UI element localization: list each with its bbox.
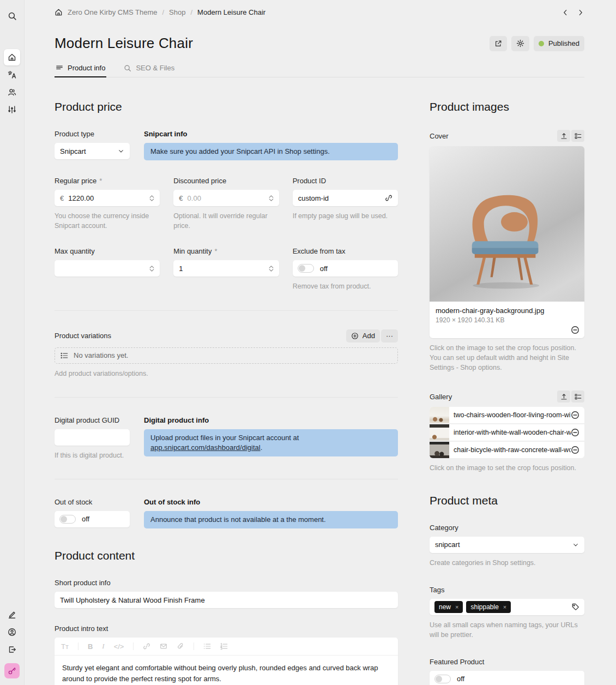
gallery-help: Click on the image to set the crop focus… bbox=[430, 463, 584, 473]
search-button[interactable] bbox=[4, 8, 20, 24]
out-of-stock-info-box: Announce that product is not available a… bbox=[144, 511, 398, 528]
gallery-item[interactable]: two-chairs-wooden-floor-living-room-with… bbox=[430, 407, 584, 423]
home-icon bbox=[8, 53, 16, 62]
product-type-select[interactable]: Snipcart bbox=[55, 143, 130, 159]
product-id-input[interactable]: custom-id bbox=[293, 190, 398, 206]
exclude-tax-toggle[interactable]: off bbox=[293, 260, 398, 277]
account-button[interactable] bbox=[4, 624, 20, 640]
tag-pill[interactable]: shippable × bbox=[466, 601, 511, 613]
product-type-label: Product type bbox=[55, 130, 130, 138]
breadcrumb-site[interactable]: Zero One Kirby CMS Theme bbox=[68, 8, 157, 16]
gear-icon bbox=[516, 39, 524, 47]
digital-guid-input[interactable] bbox=[55, 429, 130, 446]
intro-text-editor[interactable]: Tᴛ B I </> Sturdy yet eleg bbox=[55, 638, 398, 685]
add-label: Add bbox=[363, 332, 375, 340]
remove-gallery-item-button[interactable] bbox=[571, 428, 579, 437]
editor-toolbar: Tᴛ B I </> bbox=[55, 638, 398, 656]
toggle-switch-icon bbox=[298, 264, 314, 273]
email-icon[interactable] bbox=[160, 642, 167, 650]
settings-button[interactable] bbox=[511, 36, 529, 51]
tab-product-info[interactable]: Product info bbox=[55, 61, 106, 77]
product-type-value: Snipcart bbox=[60, 147, 86, 155]
status-badge[interactable]: Published bbox=[534, 36, 584, 51]
number-stepper[interactable] bbox=[269, 266, 274, 272]
license-key-button[interactable] bbox=[4, 663, 20, 678]
cover-file-info: modern-chair-gray-background.jpg 1920 × … bbox=[430, 302, 584, 338]
short-info-input[interactable]: Twill Upholstery & Natural Wood Finish F… bbox=[55, 592, 398, 608]
category-value: snipcart bbox=[435, 540, 460, 549]
link-icon bbox=[385, 194, 392, 202]
empty-state-text: No variations yet. bbox=[74, 351, 128, 359]
remove-tag-icon[interactable]: × bbox=[503, 604, 506, 610]
prev-page-button[interactable] bbox=[561, 9, 569, 16]
chair-illustration bbox=[456, 165, 558, 302]
gallery-select-button[interactable] bbox=[571, 390, 584, 402]
tags-label: Tags bbox=[430, 586, 584, 594]
number-stepper[interactable] bbox=[269, 195, 274, 201]
variations-more-button[interactable]: ··· bbox=[381, 329, 398, 342]
cover-upload-button[interactable] bbox=[557, 130, 570, 142]
remove-gallery-item-button[interactable] bbox=[571, 446, 579, 454]
number-stepper[interactable] bbox=[149, 195, 154, 201]
editor-body[interactable]: Sturdy yet elegant and comfortable witho… bbox=[55, 656, 398, 685]
format-text-icon[interactable]: Tᴛ bbox=[61, 642, 69, 651]
tab-bar: Product info SEO & Files bbox=[55, 61, 584, 77]
regular-price-input[interactable]: € 1220.00 bbox=[55, 190, 160, 206]
bullet-list-icon bbox=[61, 352, 68, 359]
next-page-button[interactable] bbox=[577, 9, 584, 16]
variations-empty-state[interactable]: No variations yet. bbox=[55, 347, 398, 364]
open-preview-button[interactable] bbox=[490, 36, 507, 51]
gallery-upload-button[interactable] bbox=[557, 390, 570, 402]
sidebar-item-users[interactable] bbox=[4, 84, 20, 100]
gallery-thumbnail[interactable] bbox=[430, 407, 449, 423]
max-quantity-input[interactable] bbox=[55, 260, 160, 277]
checklist-icon bbox=[575, 133, 582, 140]
cover-help: Click on the image to set the crop focus… bbox=[430, 343, 584, 372]
bold-icon[interactable]: B bbox=[88, 642, 93, 651]
cover-select-button[interactable] bbox=[571, 130, 584, 142]
divider bbox=[55, 479, 398, 479]
chevron-down-icon bbox=[118, 148, 124, 154]
featured-toggle[interactable]: off bbox=[430, 671, 584, 685]
product-id-label: Product ID bbox=[293, 177, 398, 185]
sidebar-item-languages[interactable] bbox=[4, 67, 20, 83]
italic-icon[interactable]: I bbox=[102, 642, 104, 651]
variations-help: Add product variations/options. bbox=[55, 369, 398, 378]
gallery-thumbnail[interactable] bbox=[430, 442, 449, 458]
gallery-item[interactable]: interior-with-white-wall-wooden-chair-wo… bbox=[430, 424, 584, 441]
sidebar-item-system-settings[interactable] bbox=[4, 101, 20, 118]
out-of-stock-toggle[interactable]: off bbox=[55, 511, 130, 527]
topbar: Zero One Kirby CMS Theme / Shop / Modern… bbox=[55, 0, 584, 17]
gallery-item[interactable]: chair-bicycle-with-raw-concrete-wall-woo… bbox=[430, 442, 584, 458]
snipcart-dashboard-link[interactable]: app.snipcart.com/dashboard/digital bbox=[150, 443, 261, 452]
category-select[interactable]: snipcart bbox=[430, 537, 584, 553]
breadcrumb-home-icon[interactable] bbox=[55, 8, 63, 16]
attachment-icon[interactable] bbox=[177, 642, 184, 650]
min-quantity-input[interactable]: 1 bbox=[173, 260, 279, 277]
toolbar-separator bbox=[133, 642, 134, 650]
status-label: Published bbox=[548, 39, 579, 47]
gallery-thumbnail[interactable] bbox=[430, 424, 449, 441]
max-quantity-label: Max quantity bbox=[55, 247, 160, 255]
link-icon[interactable] bbox=[143, 642, 150, 650]
sidebar-item-home[interactable] bbox=[4, 49, 20, 65]
tags-input[interactable]: new × shippable × bbox=[430, 599, 584, 615]
discounted-price-input[interactable]: € 0.00 bbox=[173, 190, 279, 206]
remove-cover-button[interactable] bbox=[571, 326, 579, 334]
ordered-list-icon[interactable] bbox=[220, 642, 228, 650]
breadcrumb-shop[interactable]: Shop bbox=[169, 8, 185, 16]
cover-image[interactable] bbox=[430, 146, 584, 302]
upload-icon bbox=[560, 393, 567, 400]
number-stepper[interactable] bbox=[149, 266, 154, 272]
logout-button[interactable] bbox=[4, 641, 20, 658]
logout-icon bbox=[8, 645, 16, 654]
discounted-price-help: Optional. It will override regular price… bbox=[173, 211, 279, 231]
add-variation-button[interactable]: Add bbox=[346, 329, 380, 342]
code-icon[interactable]: </> bbox=[114, 642, 124, 651]
tag-pill[interactable]: new × bbox=[434, 601, 463, 613]
bullet-list-icon[interactable] bbox=[203, 642, 211, 650]
edit-content-button[interactable] bbox=[4, 606, 20, 623]
remove-gallery-item-button[interactable] bbox=[571, 411, 579, 419]
tab-seo-files[interactable]: SEO & Files bbox=[123, 61, 176, 77]
remove-tag-icon[interactable]: × bbox=[455, 604, 458, 610]
